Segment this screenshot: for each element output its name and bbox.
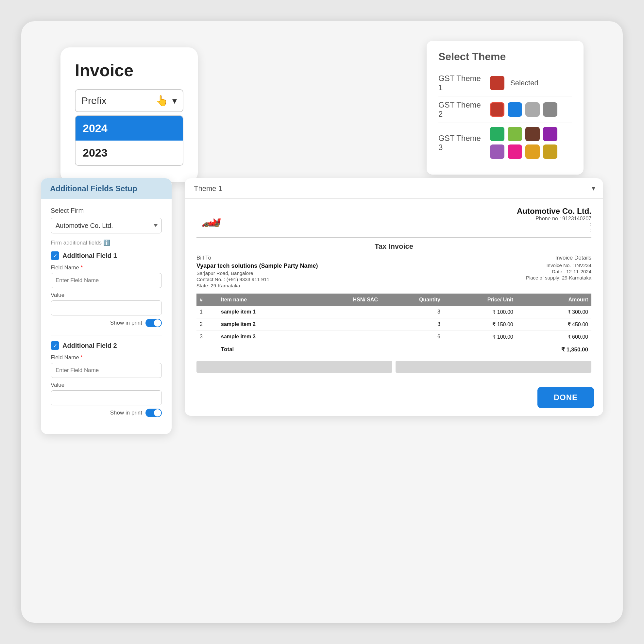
col-item-name: Item name — [218, 294, 310, 306]
done-button[interactable]: DONE — [537, 387, 594, 408]
field2-name-label: Field Name * — [51, 354, 162, 361]
theme-dropdown[interactable]: Theme 1 — [189, 178, 588, 198]
item-price: ₹ 100.00 — [444, 330, 517, 343]
invoice-no: Invoice No. : INV234 — [402, 263, 591, 268]
theme3-color-brown[interactable] — [525, 127, 540, 141]
field1-name-input[interactable] — [51, 273, 162, 288]
bill-contact: Contact No. : (+91) 9333 911 911 — [196, 277, 386, 282]
total-row: Total ₹ 1,350.00 — [196, 343, 591, 356]
additional-field-2-section: ✓ Additional Field 2 Field Name * Value … — [51, 341, 162, 417]
col-price: Price/ Unit — [444, 294, 517, 306]
table-row: 2 sample item 2 3 ₹ 150.00 ₹ 450.00 — [196, 318, 591, 330]
col-num: # — [196, 294, 218, 306]
footer-right-box — [396, 361, 591, 373]
bill-to-label: Bill To — [196, 255, 386, 261]
field1-label: Additional Field 1 — [62, 252, 117, 260]
year-2024-option[interactable]: 2024 — [76, 116, 183, 141]
company-phone: Phone no.: 9123140207 — [517, 216, 591, 222]
theme3-color-violet[interactable] — [490, 144, 504, 159]
tax-invoice-label: Tax Invoice — [196, 242, 591, 251]
hand-icon: 👆 — [155, 94, 168, 107]
firm-select-dropdown[interactable]: Automotive Co. Ltd. — [51, 218, 162, 233]
total-label: Total — [218, 343, 310, 356]
gst-theme-1-row: GST Theme 1 Selected — [438, 70, 572, 96]
item-amount: ₹ 300.00 — [517, 306, 591, 318]
field2-show-in-print-toggle[interactable] — [145, 409, 162, 417]
theme3-color-purple[interactable] — [543, 127, 557, 141]
logo-image: 🏎️ — [201, 209, 221, 228]
additional-field-1-section: ✓ Additional Field 1 Field Name * Value … — [51, 251, 162, 327]
field1-show-in-print-label: Show in print — [110, 320, 142, 326]
select-firm-label: Select Firm — [51, 207, 162, 214]
theme3-color-tan[interactable] — [543, 144, 557, 159]
selected-label: Selected — [510, 79, 538, 87]
items-table: # Item name HSN/ SAC Quantity Price/ Uni… — [196, 294, 591, 356]
item-num: 1 — [196, 306, 218, 318]
done-button-row: DONE — [185, 381, 603, 416]
gst-theme-2-row: GST Theme 2 — [438, 96, 572, 123]
theme2-color-lightgray[interactable] — [525, 102, 540, 117]
theme3-color-gold[interactable] — [525, 144, 540, 159]
field1-value-input[interactable] — [51, 300, 162, 315]
company-logo: 🏎️ — [196, 207, 226, 229]
item-hsn — [310, 306, 381, 318]
field1-value-label: Value — [51, 292, 162, 298]
chevron-down-icon: ▾ — [172, 95, 177, 106]
bill-address: Sarjapur Road, Bangalore — [196, 270, 386, 276]
table-row: 3 sample item 3 6 ₹ 100.00 ₹ 600.00 — [196, 330, 591, 343]
additional-fields-card: Additional Fields Setup Select Firm Auto… — [41, 178, 172, 434]
preview-footer — [196, 361, 591, 373]
field1-checkbox[interactable]: ✓ — [51, 251, 59, 260]
theme2-color-blue[interactable] — [508, 102, 522, 117]
gst-theme-2-label: GST Theme 2 — [438, 100, 484, 119]
invoice-details-label: Invoice Details — [402, 255, 591, 261]
additional-fields-header: Additional Fields Setup — [41, 178, 172, 199]
field2-label: Additional Field 2 — [62, 342, 117, 349]
year-dropdown-list: 2024 2023 — [75, 115, 183, 166]
col-qty: Quantity — [381, 294, 444, 306]
company-name: Automotive Co. Ltd. — [517, 207, 591, 216]
year-2023-option[interactable]: 2023 — [76, 141, 183, 165]
theme3-color-lightgreen[interactable] — [508, 127, 522, 141]
footer-left-box — [196, 361, 392, 373]
theme1-color-orange[interactable] — [490, 76, 504, 90]
item-amount: ₹ 600.00 — [517, 330, 591, 343]
invoice-prefix-card: Invoice Prefix 👆 ▾ 2024 2023 — [60, 47, 198, 182]
item-name: sample item 3 — [218, 330, 310, 343]
item-name: sample item 2 — [218, 318, 310, 330]
col-amount: Amount — [517, 294, 591, 306]
theme3-color-pink[interactable] — [508, 144, 522, 159]
invoice-content: 🏎️ Automotive Co. Ltd. Phone no.: 912314… — [185, 199, 603, 381]
item-qty: 6 — [381, 330, 444, 343]
prefix-dropdown[interactable]: Prefix 👆 ▾ — [75, 89, 183, 112]
theme-title: Select Theme — [438, 51, 572, 63]
field2-name-input[interactable] — [51, 363, 162, 378]
theme2-color-orange-selected[interactable] — [490, 102, 504, 117]
field2-checkbox[interactable]: ✓ — [51, 341, 59, 350]
invoice-title: Invoice — [75, 60, 183, 80]
col-hsn: HSN/ SAC — [310, 294, 381, 306]
preview-header: Theme 1 ▾ — [185, 178, 603, 199]
preview-chevron-icon: ▾ — [588, 178, 599, 198]
table-row: 1 sample item 1 3 ₹ 100.00 ₹ 300.00 — [196, 306, 591, 318]
theme3-color-green[interactable] — [490, 127, 504, 141]
item-num: 3 — [196, 330, 218, 343]
field2-value-input[interactable] — [51, 390, 162, 405]
company-dots: :: — [517, 222, 591, 233]
item-qty: 3 — [381, 318, 444, 330]
field1-show-in-print-toggle[interactable] — [145, 319, 162, 327]
gst-theme-3-row: GST Theme 3 — [438, 123, 572, 163]
item-price: ₹ 100.00 — [444, 306, 517, 318]
select-theme-card: Select Theme GST Theme 1 Selected GST Th… — [427, 41, 584, 175]
field2-show-in-print-label: Show in print — [110, 410, 142, 416]
item-name: sample item 1 — [218, 306, 310, 318]
firm-additional-hint: Firm additional fields ℹ️ — [51, 239, 162, 246]
bill-state: State: 29-Karnataka — [196, 283, 386, 288]
field1-name-label: Field Name * — [51, 264, 162, 271]
prefix-label: Prefix — [81, 95, 107, 106]
theme2-color-gray[interactable] — [543, 102, 557, 117]
item-price: ₹ 150.00 — [444, 318, 517, 330]
bill-company: Vyapar tech solutions (Sample Party Name… — [196, 263, 386, 269]
invoice-place: Place of supply: 29-Karnataka — [402, 275, 591, 280]
item-hsn — [310, 330, 381, 343]
